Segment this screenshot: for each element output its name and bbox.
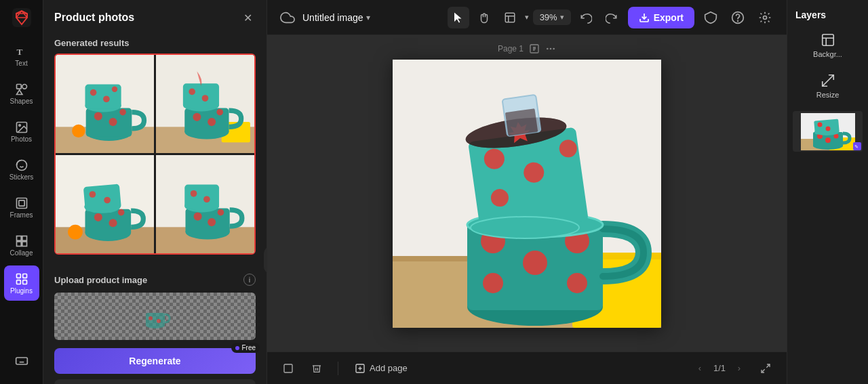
upload-preview[interactable] <box>54 293 256 340</box>
svg-point-93 <box>523 251 547 275</box>
svg-rect-45 <box>183 83 219 108</box>
sidebar-item-collage[interactable]: Collage <box>4 228 39 263</box>
svg-point-65 <box>208 218 216 226</box>
doc-title[interactable]: Untitled image ▾ <box>302 12 370 23</box>
result-item-2[interactable] <box>156 55 254 153</box>
svg-point-58 <box>104 197 111 204</box>
svg-point-29 <box>119 109 126 116</box>
svg-point-52 <box>94 213 102 221</box>
svg-point-46 <box>189 89 195 95</box>
svg-rect-17 <box>16 358 27 364</box>
resize-tool[interactable]: Resize <box>793 66 863 106</box>
svg-rect-9 <box>16 236 21 240</box>
undo-button[interactable] <box>575 7 597 28</box>
app-logo[interactable] <box>9 5 34 30</box>
svg-point-35 <box>72 125 85 137</box>
layout-tool[interactable] <box>499 7 521 28</box>
toolbar-tools: ▾ 39% ▾ <box>448 7 623 28</box>
select-tool[interactable] <box>448 7 469 28</box>
sidebar-item-plugins[interactable]: Plugins <box>4 265 39 301</box>
svg-point-42 <box>208 118 216 126</box>
svg-rect-112 <box>284 364 292 372</box>
prev-page-button[interactable]: ‹ <box>692 360 708 377</box>
svg-point-57 <box>90 191 96 198</box>
next-page-button[interactable]: › <box>731 360 747 377</box>
result-item-1[interactable] <box>56 55 154 153</box>
svg-point-83 <box>553 48 554 49</box>
canvas-content <box>393 60 661 328</box>
svg-point-54 <box>118 209 125 216</box>
svg-rect-12 <box>22 241 26 246</box>
svg-point-70 <box>203 196 210 202</box>
svg-point-53 <box>109 219 117 227</box>
svg-point-80 <box>764 16 767 19</box>
svg-rect-13 <box>16 274 20 278</box>
page-nav: ‹ 1/1 › <box>692 360 747 377</box>
svg-point-43 <box>216 109 223 116</box>
svg-rect-8 <box>18 200 24 205</box>
svg-rect-75 <box>505 13 515 22</box>
info-icon[interactable]: i <box>243 274 256 286</box>
divider <box>338 362 338 375</box>
sidebar-item-keyboard[interactable] <box>4 343 39 379</box>
delete-page-button[interactable] <box>307 358 327 379</box>
doc-title-chevron: ▾ <box>366 13 370 22</box>
export-button[interactable]: Export <box>628 7 694 28</box>
svg-point-5 <box>18 124 20 126</box>
hand-tool[interactable] <box>473 7 495 28</box>
layer-tools: Backgr... Resize <box>787 26 868 106</box>
panel-header: Product photos ✕ <box>43 0 267 33</box>
start-over-button[interactable]: Start over <box>54 379 256 384</box>
expand-button[interactable] <box>755 358 776 379</box>
svg-point-33 <box>103 95 110 102</box>
svg-point-79 <box>738 20 738 21</box>
svg-rect-111 <box>505 108 538 136</box>
background-tool[interactable]: Backgr... <box>793 26 863 65</box>
layer-thumbnail[interactable]: ✎ <box>793 111 863 152</box>
right-panel: Layers Backgr... Resize <box>787 0 868 384</box>
zoom-control[interactable]: 39% ▾ <box>533 9 571 25</box>
upload-title: Upload product image <box>54 275 147 285</box>
sidebar-item-stickers[interactable]: Stickers <box>4 152 39 187</box>
generated-results-grid <box>54 54 256 255</box>
svg-point-69 <box>191 190 197 197</box>
toolbar: Untitled image ▾ ▾ <box>267 0 787 35</box>
add-page-button[interactable]: Add page <box>349 360 413 377</box>
icon-bar: T Text Shapes Photos Stickers Frames <box>0 0 43 384</box>
panel-close-button[interactable]: ✕ <box>239 9 256 26</box>
free-badge-dot <box>235 346 239 350</box>
sidebar-item-shapes[interactable]: Shapes <box>4 76 39 111</box>
zoom-chevron: ▾ <box>560 13 564 22</box>
svg-point-32 <box>90 89 97 96</box>
svg-rect-11 <box>16 241 21 246</box>
regenerate-button[interactable]: Regenerate <box>54 348 256 374</box>
page-settings-button[interactable] <box>278 358 298 379</box>
help-icon[interactable] <box>727 7 749 28</box>
canvas-wrapper: Page 1 <box>267 35 787 351</box>
shield-icon[interactable] <box>700 7 722 28</box>
svg-rect-128 <box>814 119 840 134</box>
svg-text:✎: ✎ <box>854 144 859 149</box>
svg-line-117 <box>762 369 765 372</box>
svg-rect-14 <box>22 274 26 278</box>
svg-rect-7 <box>16 198 26 208</box>
svg-point-64 <box>194 213 202 221</box>
sidebar-item-photos[interactable]: Photos <box>4 114 39 149</box>
settings-icon[interactable] <box>754 7 776 28</box>
svg-rect-118 <box>822 35 833 46</box>
redo-button[interactable] <box>601 7 623 28</box>
svg-point-130 <box>825 126 830 131</box>
svg-point-28 <box>109 118 117 126</box>
svg-point-129 <box>817 122 822 127</box>
svg-line-116 <box>766 364 770 368</box>
svg-point-34 <box>112 87 117 92</box>
result-item-3[interactable] <box>56 155 154 253</box>
sidebar-item-text[interactable]: T Text <box>4 38 39 73</box>
svg-text:T: T <box>16 47 22 57</box>
page-label: Page 1 <box>498 43 556 54</box>
sidebar-item-frames[interactable]: Frames <box>4 190 39 225</box>
panel-collapse-arrow[interactable]: ‹ <box>264 247 267 274</box>
result-item-4[interactable] <box>156 155 254 253</box>
cloud-icon <box>278 8 297 27</box>
main-area: Untitled image ▾ ▾ <box>267 0 787 384</box>
